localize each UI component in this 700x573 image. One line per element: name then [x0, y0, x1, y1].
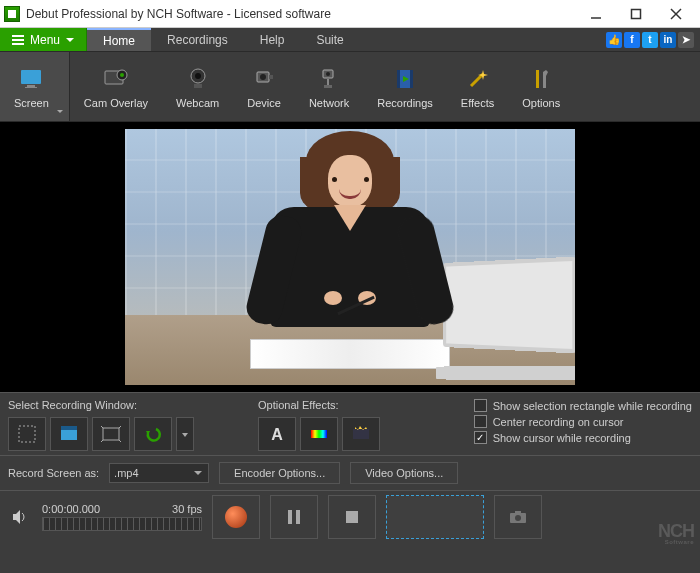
ribbon-device[interactable]: Device	[233, 52, 295, 121]
check-show-rectangle[interactable]: Show selection rectangle while recording	[474, 399, 692, 412]
ribbon: Screen Cam Overlay Webcam Device Network…	[0, 52, 700, 122]
tab-help[interactable]: Help	[244, 28, 301, 51]
svg-rect-12	[194, 84, 202, 88]
volume-button[interactable]	[8, 505, 32, 529]
svg-rect-39	[296, 510, 300, 524]
svg-point-42	[515, 515, 521, 521]
record-button[interactable]	[212, 495, 260, 539]
record-as-label: Record Screen as:	[8, 467, 99, 479]
svg-point-17	[326, 72, 330, 76]
svg-point-14	[260, 74, 266, 80]
svg-rect-26	[536, 70, 539, 88]
video-options-button[interactable]: Video Options...	[350, 462, 458, 484]
film-icon	[391, 65, 419, 93]
mid-panel: Select Recording Window: Optional Effect…	[0, 392, 700, 455]
preview-area	[0, 122, 700, 392]
time-ruler[interactable]	[42, 517, 202, 531]
svg-rect-21	[397, 70, 400, 88]
webcam-icon	[184, 65, 212, 93]
check-show-cursor[interactable]: ✓Show cursor while recording	[474, 431, 692, 444]
tab-home[interactable]: Home	[87, 28, 151, 51]
preview-image	[125, 129, 575, 385]
capture-preview-slot[interactable]	[386, 495, 484, 539]
svg-rect-29	[61, 426, 77, 430]
ribbon-screen[interactable]: Screen	[0, 52, 70, 121]
ribbon-label: Recordings	[377, 97, 433, 109]
select-window-button[interactable]	[50, 417, 88, 451]
facebook-icon[interactable]: f	[624, 32, 640, 48]
record-icon	[225, 506, 247, 528]
like-icon[interactable]: 👍	[606, 32, 622, 48]
format-dropdown[interactable]: .mp4	[109, 463, 209, 483]
ribbon-cam-overlay[interactable]: Cam Overlay	[70, 52, 162, 121]
menubar: Menu Home Recordings Help Suite 👍 f t in…	[0, 28, 700, 52]
svg-rect-34	[311, 430, 327, 438]
recording-options: Show selection rectangle while recording…	[474, 399, 692, 444]
svg-rect-30	[103, 428, 119, 440]
format-panel: Record Screen as: .mp4 Encoder Options..…	[0, 455, 700, 490]
ribbon-effects[interactable]: Effects	[447, 52, 508, 121]
svg-marker-32	[182, 433, 188, 437]
device-icon	[250, 65, 278, 93]
svg-rect-38	[288, 510, 292, 524]
check-center-cursor[interactable]: Center recording on cursor	[474, 415, 692, 428]
ribbon-label: Options	[522, 97, 560, 109]
ribbon-label: Webcam	[176, 97, 219, 109]
ribbon-webcam[interactable]: Webcam	[162, 52, 233, 121]
ribbon-label: Effects	[461, 97, 494, 109]
close-button[interactable]	[662, 4, 690, 24]
select-window-label: Select Recording Window:	[8, 399, 194, 411]
svg-rect-27	[19, 426, 35, 442]
video-effects-button[interactable]	[342, 417, 380, 451]
transport-bar: 0:00:00.000 30 fps NCHSoftware	[0, 490, 700, 547]
tab-suite[interactable]: Suite	[300, 28, 359, 51]
menu-button[interactable]: Menu	[0, 28, 87, 51]
color-adjust-button[interactable]	[300, 417, 338, 451]
timecode: 0:00:00.000	[42, 503, 100, 515]
stop-button[interactable]	[328, 495, 376, 539]
text-overlay-button[interactable]: A	[258, 417, 296, 451]
svg-text:A: A	[271, 426, 283, 443]
svg-rect-19	[324, 85, 332, 88]
app-icon	[4, 6, 20, 22]
select-rectangle-button[interactable]	[92, 417, 130, 451]
svg-rect-15	[269, 75, 273, 79]
tools-icon	[527, 65, 555, 93]
twitter-icon[interactable]: t	[642, 32, 658, 48]
ribbon-options[interactable]: Options	[508, 52, 574, 121]
linkedin-icon[interactable]: in	[660, 32, 676, 48]
wand-icon	[464, 65, 492, 93]
maximize-button[interactable]	[622, 4, 650, 24]
caret-down-icon	[66, 38, 74, 42]
share-icon[interactable]: ➤	[678, 32, 694, 48]
window-title: Debut Professional by NCH Software - Lic…	[26, 7, 582, 21]
ribbon-recordings[interactable]: Recordings	[363, 52, 447, 121]
svg-point-11	[195, 73, 201, 79]
svg-rect-35	[353, 429, 369, 439]
svg-rect-6	[25, 87, 37, 88]
snapshot-button[interactable]	[494, 495, 542, 539]
select-dropdown-button[interactable]	[176, 417, 194, 451]
network-icon	[315, 65, 343, 93]
svg-rect-1	[632, 9, 641, 18]
svg-rect-43	[515, 511, 521, 514]
select-restore-button[interactable]	[134, 417, 172, 451]
minimize-button[interactable]	[582, 4, 610, 24]
svg-rect-5	[27, 85, 35, 87]
tab-recordings[interactable]: Recordings	[151, 28, 244, 51]
svg-point-9	[120, 73, 124, 77]
monitor-icon	[17, 65, 45, 93]
pause-button[interactable]	[270, 495, 318, 539]
ribbon-label: Cam Overlay	[84, 97, 148, 109]
encoder-options-button[interactable]: Encoder Options...	[219, 462, 340, 484]
select-fullscreen-button[interactable]	[8, 417, 46, 451]
nch-logo: NCHSoftware	[658, 523, 694, 545]
svg-rect-22	[410, 70, 413, 88]
social-icons: 👍 f t in ➤	[606, 28, 700, 51]
ribbon-network[interactable]: Network	[295, 52, 363, 121]
titlebar: Debut Professional by NCH Software - Lic…	[0, 0, 700, 28]
ribbon-label: Device	[247, 97, 281, 109]
ribbon-label: Screen	[14, 97, 49, 109]
svg-rect-4	[21, 70, 41, 84]
hamburger-icon	[12, 35, 24, 45]
